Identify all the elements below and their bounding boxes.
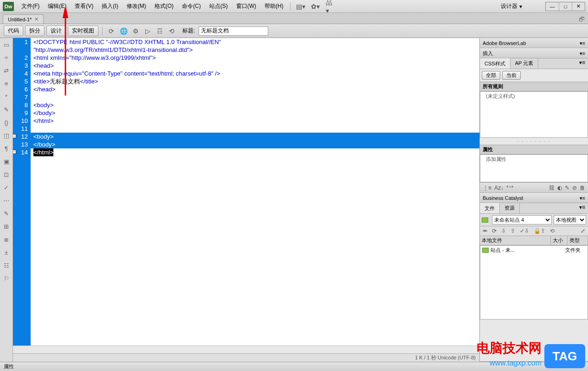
- tool-icon[interactable]: ⋯: [2, 196, 11, 205]
- tool-icon[interactable]: ±: [2, 248, 11, 257]
- new-icon[interactable]: ◐: [557, 185, 562, 191]
- panel-menu-icon[interactable]: ▾≡: [580, 51, 585, 57]
- menu-help[interactable]: 帮助(H): [261, 1, 287, 12]
- menu-site[interactable]: 站点(S): [206, 1, 232, 12]
- view-split-button[interactable]: 拆分: [25, 26, 45, 36]
- menu-window[interactable]: 窗口(W): [233, 1, 260, 12]
- refresh-icon[interactable]: ⟳: [492, 228, 497, 234]
- menu-insert[interactable]: 插入(I): [98, 1, 122, 12]
- edit-icon[interactable]: ✎: [565, 185, 569, 191]
- panel-resize-handle[interactable]: · · · · · · · ·: [480, 138, 588, 145]
- panel-insert[interactable]: 插入▾≡: [480, 48, 588, 58]
- toolbar-icon-5[interactable]: ☶: [155, 26, 165, 36]
- tool-icon[interactable]: ✧: [2, 53, 11, 62]
- properties-list[interactable]: 添加属性: [480, 154, 588, 182]
- view-select[interactable]: 本地视图: [554, 215, 586, 224]
- col-local[interactable]: 本地文件: [480, 236, 551, 245]
- tool-icon[interactable]: *⁺*: [506, 185, 513, 191]
- css-all-button[interactable]: 全部: [482, 71, 500, 80]
- title-label: 标题:: [182, 27, 195, 35]
- tool-icon[interactable]: ✓: [2, 183, 11, 192]
- expand-icon[interactable]: ⤢: [581, 228, 585, 234]
- tool-icon[interactable]: ✎: [2, 105, 11, 114]
- disable-icon[interactable]: ⊘: [572, 185, 577, 191]
- tab-css-styles[interactable]: CSS样式: [480, 58, 510, 69]
- close-tab-icon[interactable]: ✕: [34, 16, 39, 22]
- workspace-switcher[interactable]: 设计器 ▾: [498, 1, 525, 11]
- col-size[interactable]: 大小: [551, 236, 568, 245]
- tool-icon[interactable]: ⚐: [2, 274, 11, 283]
- panel-menu-icon[interactable]: ▾≡: [576, 203, 588, 213]
- maximize-button[interactable]: □: [559, 2, 572, 11]
- layout-icon[interactable]: ▤▾: [296, 2, 305, 11]
- file-row[interactable]: 站点 - 未... 文件夹: [480, 246, 588, 255]
- view-live-button[interactable]: 实时视图: [68, 26, 98, 36]
- toolbar-icon-4[interactable]: ▷: [142, 26, 153, 36]
- tool-icon[interactable]: ☷: [2, 261, 11, 270]
- extension-icon[interactable]: 品▾: [326, 2, 335, 11]
- file-tree[interactable]: 站点 - 未... 文件夹: [480, 245, 588, 320]
- toolbar-icon-3[interactable]: ⚙: [130, 26, 141, 36]
- trash-icon[interactable]: 🗑: [580, 185, 585, 191]
- tool-icon[interactable]: ✎: [2, 209, 11, 218]
- panel-browserlab[interactable]: Adobe BrowserLab▾≡: [480, 38, 588, 48]
- window-controls: — □ ✕: [545, 2, 585, 11]
- get-icon[interactable]: ⇩: [501, 228, 506, 234]
- panel-business-catalyst[interactable]: Business Catalyst▾≡: [480, 193, 588, 203]
- rules-header: 所有规则: [480, 82, 588, 91]
- title-input[interactable]: [199, 26, 268, 36]
- tool-icon[interactable]: ⋮≡: [483, 185, 491, 191]
- col-type[interactable]: 类型: [568, 236, 588, 245]
- checkout-icon[interactable]: ✓⇩: [520, 228, 529, 234]
- panel-menu-icon[interactable]: ▾≡: [580, 195, 585, 201]
- tool-icon[interactable]: ¶: [2, 144, 11, 153]
- gear-icon[interactable]: ✿▾: [311, 2, 320, 11]
- panel-menu-icon[interactable]: ▾≡: [576, 58, 588, 69]
- site-select[interactable]: 未命名站点 4: [492, 215, 552, 224]
- tool-icon[interactable]: ⊞: [2, 222, 11, 231]
- tool-icon[interactable]: ▣: [2, 157, 11, 166]
- chevron-down-icon: ▾: [519, 3, 522, 10]
- tool-icon[interactable]: ≡: [2, 79, 11, 88]
- restore-icon[interactable]: 🗗: [577, 14, 586, 24]
- tool-icon[interactable]: ⇄: [2, 66, 11, 75]
- document-tab[interactable]: Untitled-1* ✕: [3, 14, 44, 24]
- tool-icon[interactable]: ⊡: [2, 170, 11, 179]
- tab-ap-elements[interactable]: AP 元素: [510, 58, 539, 69]
- css-current-button[interactable]: 当前: [502, 71, 521, 80]
- view-code-button[interactable]: 代码: [4, 26, 23, 36]
- file-type: 文件夹: [565, 247, 586, 254]
- code-area[interactable]: <!DOCTYPE html PUBLIC "-//W3C//DTD XHTML…: [31, 38, 479, 345]
- horizontal-scrollbar[interactable]: [13, 345, 479, 353]
- tool-icon[interactable]: ▭: [2, 40, 11, 49]
- properties-bar[interactable]: 属性: [0, 362, 588, 371]
- tab-files[interactable]: 文件: [480, 203, 500, 213]
- put-icon[interactable]: ⇧: [510, 228, 515, 234]
- refresh-icon[interactable]: ⟲: [167, 26, 177, 36]
- panel-menu-icon[interactable]: ▾≡: [580, 40, 585, 46]
- checkin-icon[interactable]: 🔒⇧: [534, 228, 545, 234]
- view-design-button[interactable]: 设计: [46, 26, 66, 36]
- link-icon[interactable]: ⛓: [549, 185, 555, 191]
- tool-icon[interactable]: Aᴢ↓: [494, 185, 504, 191]
- menu-edit[interactable]: 编辑(E): [44, 1, 70, 12]
- toolbar-icon-1[interactable]: ⟳: [106, 26, 116, 36]
- toolbar-icon-2[interactable]: 🌐: [118, 26, 129, 36]
- tab-assets[interactable]: 资源: [500, 203, 520, 213]
- minimize-button[interactable]: —: [546, 2, 559, 11]
- folder-icon: [482, 248, 489, 253]
- folder-icon: [482, 217, 488, 223]
- sync-icon[interactable]: ⟲: [550, 228, 555, 234]
- rules-list[interactable]: (未定义样式): [480, 91, 588, 138]
- close-button[interactable]: ✕: [572, 2, 585, 11]
- menu-format[interactable]: 格式(O): [151, 1, 177, 12]
- menu-modify[interactable]: 修改(M): [123, 1, 150, 12]
- tool-icon[interactable]: ◫: [2, 131, 11, 140]
- tool-icon[interactable]: ≣: [2, 235, 11, 244]
- tool-icon[interactable]: {}: [2, 118, 11, 127]
- connect-icon[interactable]: ⚮: [483, 228, 487, 234]
- menu-view[interactable]: 查看(V): [71, 1, 97, 12]
- menu-command[interactable]: 命令(C): [178, 1, 205, 12]
- tool-icon[interactable]: *: [2, 92, 11, 101]
- menu-file[interactable]: 文件(F): [18, 1, 43, 12]
